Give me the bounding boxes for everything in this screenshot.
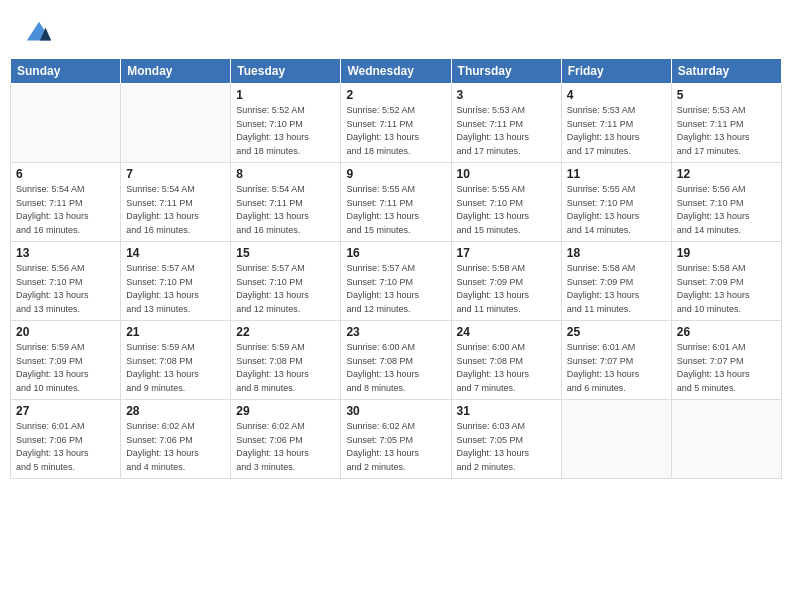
day-info: Sunrise: 5:59 AMSunset: 7:09 PMDaylight:… <box>16 341 115 395</box>
calendar-day-cell: 22Sunrise: 5:59 AMSunset: 7:08 PMDayligh… <box>231 321 341 400</box>
day-number: 26 <box>677 325 776 339</box>
day-info: Sunrise: 6:01 AMSunset: 7:07 PMDaylight:… <box>677 341 776 395</box>
day-number: 1 <box>236 88 335 102</box>
day-info: Sunrise: 5:59 AMSunset: 7:08 PMDaylight:… <box>126 341 225 395</box>
calendar-day-cell: 21Sunrise: 5:59 AMSunset: 7:08 PMDayligh… <box>121 321 231 400</box>
calendar-day-cell <box>671 400 781 479</box>
day-info: Sunrise: 5:58 AMSunset: 7:09 PMDaylight:… <box>567 262 666 316</box>
day-info: Sunrise: 6:03 AMSunset: 7:05 PMDaylight:… <box>457 420 556 474</box>
calendar-day-cell: 28Sunrise: 6:02 AMSunset: 7:06 PMDayligh… <box>121 400 231 479</box>
calendar-table: SundayMondayTuesdayWednesdayThursdayFrid… <box>10 58 782 479</box>
day-info: Sunrise: 5:57 AMSunset: 7:10 PMDaylight:… <box>346 262 445 316</box>
calendar-day-cell: 29Sunrise: 6:02 AMSunset: 7:06 PMDayligh… <box>231 400 341 479</box>
day-info: Sunrise: 5:52 AMSunset: 7:10 PMDaylight:… <box>236 104 335 158</box>
day-number: 15 <box>236 246 335 260</box>
calendar-day-cell: 6Sunrise: 5:54 AMSunset: 7:11 PMDaylight… <box>11 163 121 242</box>
day-of-week-header: Thursday <box>451 59 561 84</box>
day-info: Sunrise: 6:02 AMSunset: 7:06 PMDaylight:… <box>126 420 225 474</box>
calendar-week-row: 13Sunrise: 5:56 AMSunset: 7:10 PMDayligh… <box>11 242 782 321</box>
day-number: 10 <box>457 167 556 181</box>
calendar-day-cell: 5Sunrise: 5:53 AMSunset: 7:11 PMDaylight… <box>671 84 781 163</box>
day-number: 11 <box>567 167 666 181</box>
day-number: 4 <box>567 88 666 102</box>
day-info: Sunrise: 5:55 AMSunset: 7:11 PMDaylight:… <box>346 183 445 237</box>
day-number: 30 <box>346 404 445 418</box>
day-number: 8 <box>236 167 335 181</box>
day-info: Sunrise: 6:00 AMSunset: 7:08 PMDaylight:… <box>457 341 556 395</box>
day-info: Sunrise: 5:53 AMSunset: 7:11 PMDaylight:… <box>567 104 666 158</box>
day-number: 19 <box>677 246 776 260</box>
day-info: Sunrise: 6:01 AMSunset: 7:07 PMDaylight:… <box>567 341 666 395</box>
day-number: 12 <box>677 167 776 181</box>
day-number: 18 <box>567 246 666 260</box>
day-number: 6 <box>16 167 115 181</box>
calendar-day-cell: 30Sunrise: 6:02 AMSunset: 7:05 PMDayligh… <box>341 400 451 479</box>
day-info: Sunrise: 6:00 AMSunset: 7:08 PMDaylight:… <box>346 341 445 395</box>
day-info: Sunrise: 5:54 AMSunset: 7:11 PMDaylight:… <box>236 183 335 237</box>
day-number: 27 <box>16 404 115 418</box>
calendar-day-cell <box>561 400 671 479</box>
calendar-day-cell: 8Sunrise: 5:54 AMSunset: 7:11 PMDaylight… <box>231 163 341 242</box>
day-number: 24 <box>457 325 556 339</box>
day-info: Sunrise: 5:58 AMSunset: 7:09 PMDaylight:… <box>457 262 556 316</box>
calendar-day-cell: 16Sunrise: 5:57 AMSunset: 7:10 PMDayligh… <box>341 242 451 321</box>
calendar-day-cell: 1Sunrise: 5:52 AMSunset: 7:10 PMDaylight… <box>231 84 341 163</box>
day-info: Sunrise: 6:01 AMSunset: 7:06 PMDaylight:… <box>16 420 115 474</box>
day-of-week-header: Tuesday <box>231 59 341 84</box>
calendar-day-cell: 13Sunrise: 5:56 AMSunset: 7:10 PMDayligh… <box>11 242 121 321</box>
calendar-week-row: 6Sunrise: 5:54 AMSunset: 7:11 PMDaylight… <box>11 163 782 242</box>
day-number: 22 <box>236 325 335 339</box>
calendar-day-cell: 3Sunrise: 5:53 AMSunset: 7:11 PMDaylight… <box>451 84 561 163</box>
day-of-week-header: Monday <box>121 59 231 84</box>
day-of-week-header: Friday <box>561 59 671 84</box>
calendar-day-cell: 7Sunrise: 5:54 AMSunset: 7:11 PMDaylight… <box>121 163 231 242</box>
day-info: Sunrise: 5:56 AMSunset: 7:10 PMDaylight:… <box>677 183 776 237</box>
calendar-day-cell: 24Sunrise: 6:00 AMSunset: 7:08 PMDayligh… <box>451 321 561 400</box>
calendar-day-cell: 27Sunrise: 6:01 AMSunset: 7:06 PMDayligh… <box>11 400 121 479</box>
day-number: 7 <box>126 167 225 181</box>
calendar-week-row: 20Sunrise: 5:59 AMSunset: 7:09 PMDayligh… <box>11 321 782 400</box>
calendar-header-row: SundayMondayTuesdayWednesdayThursdayFrid… <box>11 59 782 84</box>
calendar-day-cell: 18Sunrise: 5:58 AMSunset: 7:09 PMDayligh… <box>561 242 671 321</box>
day-number: 28 <box>126 404 225 418</box>
day-info: Sunrise: 5:57 AMSunset: 7:10 PMDaylight:… <box>236 262 335 316</box>
calendar-day-cell: 25Sunrise: 6:01 AMSunset: 7:07 PMDayligh… <box>561 321 671 400</box>
logo-icon <box>25 20 53 48</box>
day-info: Sunrise: 5:52 AMSunset: 7:11 PMDaylight:… <box>346 104 445 158</box>
day-info: Sunrise: 5:56 AMSunset: 7:10 PMDaylight:… <box>16 262 115 316</box>
day-number: 23 <box>346 325 445 339</box>
day-number: 31 <box>457 404 556 418</box>
day-number: 16 <box>346 246 445 260</box>
day-number: 20 <box>16 325 115 339</box>
day-number: 3 <box>457 88 556 102</box>
calendar-day-cell: 17Sunrise: 5:58 AMSunset: 7:09 PMDayligh… <box>451 242 561 321</box>
calendar-day-cell: 20Sunrise: 5:59 AMSunset: 7:09 PMDayligh… <box>11 321 121 400</box>
day-number: 29 <box>236 404 335 418</box>
calendar-day-cell: 2Sunrise: 5:52 AMSunset: 7:11 PMDaylight… <box>341 84 451 163</box>
page-header <box>10 10 782 53</box>
day-number: 21 <box>126 325 225 339</box>
calendar-day-cell: 11Sunrise: 5:55 AMSunset: 7:10 PMDayligh… <box>561 163 671 242</box>
logo <box>25 20 55 48</box>
calendar-day-cell <box>11 84 121 163</box>
calendar-day-cell: 4Sunrise: 5:53 AMSunset: 7:11 PMDaylight… <box>561 84 671 163</box>
calendar-day-cell: 14Sunrise: 5:57 AMSunset: 7:10 PMDayligh… <box>121 242 231 321</box>
day-info: Sunrise: 5:53 AMSunset: 7:11 PMDaylight:… <box>677 104 776 158</box>
day-info: Sunrise: 6:02 AMSunset: 7:06 PMDaylight:… <box>236 420 335 474</box>
day-number: 25 <box>567 325 666 339</box>
calendar-day-cell: 10Sunrise: 5:55 AMSunset: 7:10 PMDayligh… <box>451 163 561 242</box>
day-of-week-header: Wednesday <box>341 59 451 84</box>
calendar-day-cell: 26Sunrise: 6:01 AMSunset: 7:07 PMDayligh… <box>671 321 781 400</box>
calendar-day-cell: 12Sunrise: 5:56 AMSunset: 7:10 PMDayligh… <box>671 163 781 242</box>
calendar-day-cell <box>121 84 231 163</box>
calendar-day-cell: 23Sunrise: 6:00 AMSunset: 7:08 PMDayligh… <box>341 321 451 400</box>
calendar-day-cell: 9Sunrise: 5:55 AMSunset: 7:11 PMDaylight… <box>341 163 451 242</box>
day-number: 5 <box>677 88 776 102</box>
day-info: Sunrise: 5:55 AMSunset: 7:10 PMDaylight:… <box>567 183 666 237</box>
day-info: Sunrise: 5:53 AMSunset: 7:11 PMDaylight:… <box>457 104 556 158</box>
day-number: 13 <box>16 246 115 260</box>
day-info: Sunrise: 5:54 AMSunset: 7:11 PMDaylight:… <box>126 183 225 237</box>
day-of-week-header: Sunday <box>11 59 121 84</box>
day-info: Sunrise: 6:02 AMSunset: 7:05 PMDaylight:… <box>346 420 445 474</box>
day-number: 17 <box>457 246 556 260</box>
